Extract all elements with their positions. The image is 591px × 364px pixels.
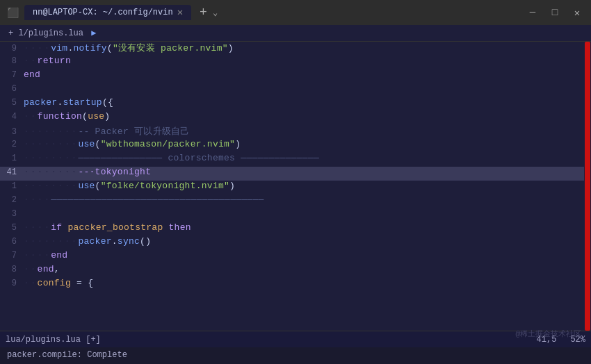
- code-line: 8 ··end,: [0, 264, 584, 278]
- line-number: 3: [0, 209, 24, 219]
- minimize-button[interactable]: ─: [526, 7, 540, 18]
- code-line: 5 ····if paccker_bootstrap then: [0, 222, 584, 236]
- line-content: ····end: [24, 250, 584, 260]
- statusbar-file: lua/plugins.lua [+]: [6, 335, 101, 345]
- line-number: 6: [0, 237, 24, 247]
- line-number: 1: [0, 154, 24, 163]
- code-line: 4 ··function(use): [0, 111, 584, 125]
- scrollbar[interactable]: [584, 42, 591, 331]
- line-number: 2: [0, 195, 24, 205]
- line-content: ········--·tokyonight: [24, 167, 584, 177]
- line-number: 4: [0, 112, 24, 122]
- tab-close-icon[interactable]: ✕: [177, 8, 183, 17]
- code-line: 2 ····——————————————————————————————————…: [0, 195, 584, 208]
- line-number: 8: [0, 265, 24, 274]
- line-content: [24, 208, 584, 219]
- scrollbar-thumb: [585, 42, 590, 331]
- line-number: 1: [0, 181, 24, 191]
- line-number: 7: [0, 251, 24, 260]
- code-line: 6 ········packer.sync(): [0, 236, 584, 250]
- line-number-active: 41: [0, 167, 24, 177]
- line-number: 3: [0, 127, 24, 137]
- line-content: ··end,: [24, 264, 584, 274]
- line-content: end: [24, 69, 584, 80]
- window-controls: ─ □ ✕: [526, 7, 584, 19]
- output-text: packer.compile: Complete: [7, 350, 127, 360]
- line-content: ····vim.notify("没有安装 packer.nvim"): [24, 42, 584, 54]
- line-content: [24, 83, 584, 94]
- code-line: 6: [0, 83, 584, 97]
- line-content: ········use("folke/tokyonight.nvim"): [24, 181, 584, 191]
- line-number: 5: [0, 223, 24, 233]
- line-content: ··return: [24, 56, 584, 66]
- line-number: 9: [0, 279, 24, 288]
- code-line: 7 ····end: [0, 250, 584, 264]
- modified-indicator: ▶: [91, 28, 96, 38]
- code-line: 3: [0, 208, 584, 222]
- terminal-icon: ⬛: [7, 7, 19, 19]
- editor[interactable]: 9 ····vim.notify("没有安装 packer.nvim") 8 ·…: [0, 42, 591, 331]
- line-content: ········packer.sync(): [24, 236, 584, 247]
- maximize-button[interactable]: □: [548, 7, 562, 18]
- line-content: packer.startup({: [24, 97, 584, 108]
- output-bar: packer.compile: Complete: [0, 347, 591, 364]
- line-content: ········-- Packer 可以升级自己: [24, 125, 584, 138]
- code-line: 8 ··return: [0, 56, 584, 69]
- line-content: ········use("wbthomason/packer.nvim"): [24, 139, 584, 149]
- code-line: 2 ········use("wbthomason/packer.nvim"): [0, 139, 584, 153]
- line-content: ····————————————————————————————————————…: [24, 195, 584, 205]
- code-line: 1 ········——————————————— colorschemes —…: [0, 153, 584, 167]
- line-number: 5: [0, 98, 24, 108]
- new-tab-button[interactable]: +: [200, 6, 207, 19]
- code-line: 1 ········use("folke/tokyonight.nvim"): [0, 181, 584, 195]
- line-content: ········——————————————— colorschemes ———…: [24, 153, 584, 163]
- line-content: ··function(use): [24, 111, 584, 122]
- watermark: @稀土掘金技术社区: [515, 329, 581, 339]
- line-number: 9: [0, 44, 24, 53]
- line-number: 7: [0, 70, 24, 80]
- code-line: 9 ····vim.notify("没有安装 packer.nvim"): [0, 42, 584, 56]
- statusbar: lua/plugins.lua [+] 41,5 52%: [0, 331, 591, 347]
- code-line: 9 ··config = {: [0, 278, 584, 292]
- active-tab[interactable]: nn@LAPTOP-CX: ~/.config/nvin ✕: [24, 5, 191, 20]
- line-number: 2: [0, 140, 24, 149]
- filepath-bar: + l/plugins.lua ▶: [0, 25, 591, 42]
- filepath-text: + l/plugins.lua: [8, 28, 83, 38]
- tab-dropdown-button[interactable]: ⌄: [213, 8, 218, 18]
- code-line: 7 end: [0, 69, 584, 83]
- close-button[interactable]: ✕: [570, 7, 584, 19]
- code-line-active: 41 ········--·tokyonight: [0, 167, 584, 181]
- code-line: 5 packer.startup({: [0, 97, 584, 111]
- line-content: ··config = {: [24, 278, 584, 288]
- line-number: 6: [0, 84, 24, 94]
- code-area[interactable]: 9 ····vim.notify("没有安装 packer.nvim") 8 ·…: [0, 42, 584, 331]
- line-number: 8: [0, 56, 24, 66]
- tab-label: nn@LAPTOP-CX: ~/.config/nvin: [33, 8, 173, 17]
- line-content: ····if paccker_bootstrap then: [24, 222, 584, 233]
- code-line: 3 ········-- Packer 可以升级自己: [0, 125, 584, 139]
- titlebar: ⬛ nn@LAPTOP-CX: ~/.config/nvin ✕ + ⌄ ─ □…: [0, 0, 591, 25]
